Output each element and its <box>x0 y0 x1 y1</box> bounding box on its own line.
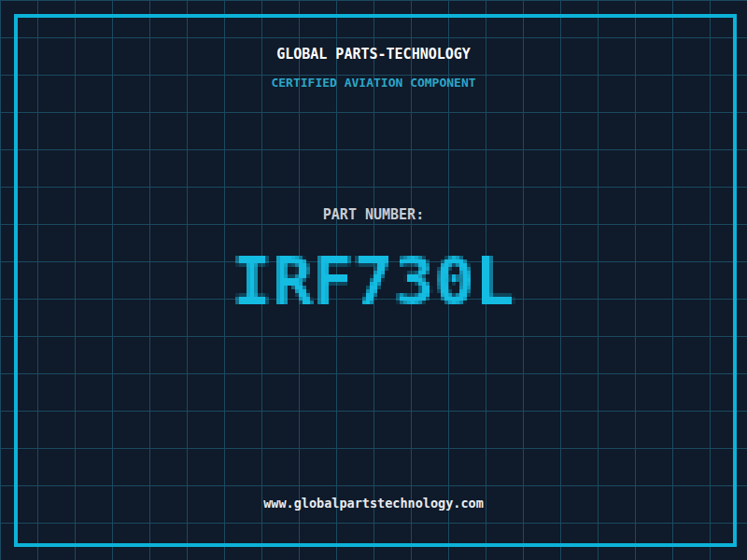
website-url: www.globalpartstechnology.com <box>0 494 747 512</box>
part-number-pixel-text <box>187 233 560 323</box>
certificate-card: GLOBAL PARTS-TECHNOLOGY CERTIFIED AVIATI… <box>0 0 747 560</box>
part-number-label: PART NUMBER: <box>0 205 747 224</box>
certification-subtitle: CERTIFIED AVIATION COMPONENT <box>0 74 747 92</box>
company-title: GLOBAL PARTS-TECHNOLOGY <box>0 45 747 63</box>
part-number-text: IRF730L <box>0 0 1 1</box>
